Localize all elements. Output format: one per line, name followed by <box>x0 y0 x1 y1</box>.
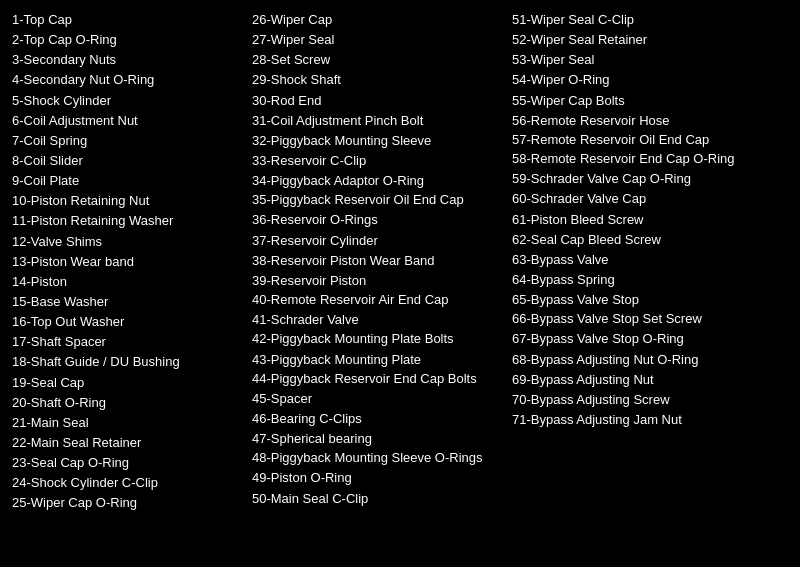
list-item: 24-Shock Cylinder C-Clip <box>12 473 244 493</box>
page-container: 1-Top Cap2-Top Cap O-Ring3-Secondary Nut… <box>0 0 800 567</box>
list-item: 27-Wiper Seal <box>252 30 504 50</box>
list-item: 14-Piston <box>12 272 244 292</box>
list-item: 29-Shock Shaft <box>252 70 504 90</box>
list-item: 46-Bearing C-Clips <box>252 409 504 429</box>
list-item: 49-Piston O-Ring <box>252 468 504 488</box>
list-item: 55-Wiper Cap Bolts <box>512 91 764 111</box>
list-item: 32-Piggyback Mounting Sleeve <box>252 131 504 151</box>
list-item: 52-Wiper Seal Retainer <box>512 30 764 50</box>
list-item: 51-Wiper Seal C-Clip <box>512 10 764 30</box>
list-item: 3-Secondary Nuts <box>12 50 244 70</box>
list-item: 17-Shaft Spacer <box>12 332 244 352</box>
list-item: 57-Remote Reservoir Oil End Cap <box>512 131 764 149</box>
list-item: 62-Seal Cap Bleed Screw <box>512 230 764 250</box>
list-item: 7-Coil Spring <box>12 131 244 151</box>
list-item: 2-Top Cap O-Ring <box>12 30 244 50</box>
list-item: 50-Main Seal C-Clip <box>252 489 504 509</box>
list-item: 54-Wiper O-Ring <box>512 70 764 90</box>
list-item: 26-Wiper Cap <box>252 10 504 30</box>
list-item: 47-Spherical bearing <box>252 429 504 449</box>
list-item: 67-Bypass Valve Stop O-Ring <box>512 329 764 349</box>
column-3: 51-Wiper Seal C-Clip52-Wiper Seal Retain… <box>508 10 768 557</box>
list-item: 69-Bypass Adjusting Nut <box>512 370 764 390</box>
list-item: 31-Coil Adjustment Pinch Bolt <box>252 111 504 131</box>
list-item: 59-Schrader Valve Cap O-Ring <box>512 169 764 189</box>
list-item: 42-Piggyback Mounting Plate Bolts <box>252 330 504 348</box>
list-item: 35-Piggyback Reservoir Oil End Cap <box>252 191 504 209</box>
list-item: 11-Piston Retaining Washer <box>12 211 244 231</box>
list-item: 13-Piston Wear band <box>12 252 244 272</box>
list-item: 28-Set Screw <box>252 50 504 70</box>
list-item: 36-Reservoir O-Rings <box>252 210 504 230</box>
list-item: 40-Remote Reservoir Air End Cap <box>252 291 504 309</box>
list-item: 9-Coil Plate <box>12 171 244 191</box>
list-item: 25-Wiper Cap O-Ring <box>12 493 244 513</box>
column-1: 1-Top Cap2-Top Cap O-Ring3-Secondary Nut… <box>8 10 248 557</box>
list-item: 10-Piston Retaining Nut <box>12 191 244 211</box>
list-item: 41-Schrader Valve <box>252 310 504 330</box>
list-item: 68-Bypass Adjusting Nut O-Ring <box>512 350 764 370</box>
list-item: 64-Bypass Spring <box>512 270 764 290</box>
list-item: 6-Coil Adjustment Nut <box>12 111 244 131</box>
list-item: 70-Bypass Adjusting Screw <box>512 390 764 410</box>
list-item: 30-Rod End <box>252 91 504 111</box>
list-item: 71-Bypass Adjusting Jam Nut <box>512 410 764 430</box>
list-item: 53-Wiper Seal <box>512 50 764 70</box>
list-item: 21-Main Seal <box>12 413 244 433</box>
list-item: 4-Secondary Nut O-Ring <box>12 70 244 90</box>
list-item: 39-Reservoir Piston <box>252 271 504 291</box>
list-item: 12-Valve Shims <box>12 232 244 252</box>
list-item: 38-Reservoir Piston Wear Band <box>252 251 504 271</box>
list-item: 23-Seal Cap O-Ring <box>12 453 244 473</box>
list-item: 44-Piggyback Reservoir End Cap Bolts <box>252 370 504 388</box>
list-item: 48-Piggyback Mounting Sleeve O-Rings <box>252 449 504 467</box>
list-item: 58-Remote Reservoir End Cap O-Ring <box>512 150 764 168</box>
list-item: 34-Piggyback Adaptor O-Ring <box>252 171 504 191</box>
column-2: 26-Wiper Cap27-Wiper Seal28-Set Screw29-… <box>248 10 508 557</box>
list-item: 37-Reservoir Cylinder <box>252 231 504 251</box>
list-item: 15-Base Washer <box>12 292 244 312</box>
list-item: 18-Shaft Guide / DU Bushing <box>12 352 244 372</box>
list-item: 1-Top Cap <box>12 10 244 30</box>
list-item: 63-Bypass Valve <box>512 250 764 270</box>
list-item: 33-Reservoir C-Clip <box>252 151 504 171</box>
list-item: 60-Schrader Valve Cap <box>512 189 764 209</box>
list-item: 5-Shock Cylinder <box>12 91 244 111</box>
list-item: 66-Bypass Valve Stop Set Screw <box>512 310 764 328</box>
list-item: 56-Remote Reservoir Hose <box>512 111 764 131</box>
list-item: 61-Piston Bleed Screw <box>512 210 764 230</box>
list-item: 45-Spacer <box>252 389 504 409</box>
list-item: 20-Shaft O-Ring <box>12 393 244 413</box>
list-item: 8-Coil Slider <box>12 151 244 171</box>
list-item: 43-Piggyback Mounting Plate <box>252 350 504 370</box>
list-item: 16-Top Out Washer <box>12 312 244 332</box>
list-item: 22-Main Seal Retainer <box>12 433 244 453</box>
list-item: 65-Bypass Valve Stop <box>512 290 764 310</box>
list-item: 19-Seal Cap <box>12 373 244 393</box>
